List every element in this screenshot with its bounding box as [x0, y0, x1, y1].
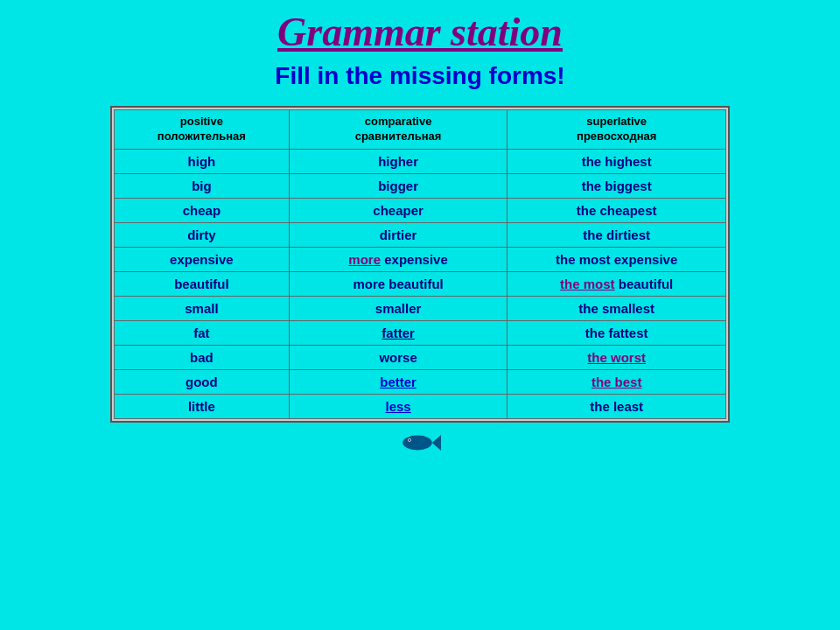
- cell-positive: bad: [115, 345, 290, 369]
- cell-superlative: the biggest: [508, 173, 726, 198]
- table-row: beautifulmore beautifulthe most beautifu…: [115, 271, 726, 296]
- table-row: smallsmallerthe smallest: [115, 296, 726, 320]
- cell-positive: expensive: [115, 247, 290, 271]
- cell-comparative: fatter: [289, 320, 508, 345]
- grammar-table: positive положительная comparative сравн…: [114, 109, 726, 419]
- cell-positive: beautiful: [115, 271, 290, 296]
- cell-comparative: cheaper: [289, 198, 508, 222]
- table-row: fatfatterthe fattest: [115, 320, 726, 345]
- cell-superlative: the least: [508, 394, 726, 418]
- cell-superlative: the best: [508, 369, 726, 394]
- header-positive: positive положительная: [115, 110, 290, 150]
- cell-positive: big: [115, 173, 290, 198]
- table-row: expensivemore expensivethe most expensiv…: [115, 247, 726, 271]
- cell-comparative: dirtier: [289, 222, 508, 247]
- svg-marker-1: [432, 435, 441, 451]
- cell-comparative: less: [289, 394, 508, 418]
- cell-comparative: bigger: [289, 173, 508, 198]
- cell-superlative: the worst: [508, 345, 726, 369]
- cell-superlative: the highest: [508, 149, 726, 173]
- cell-positive: cheap: [115, 198, 290, 222]
- table-row: bigbiggerthe biggest: [115, 173, 726, 198]
- cell-positive: good: [115, 369, 290, 394]
- svg-point-0: [402, 435, 432, 450]
- cell-comparative: more expensive: [289, 247, 508, 271]
- fish-icon: [398, 430, 442, 456]
- page-container: Grammar station Fill in the missing form…: [0, 0, 840, 630]
- cell-superlative: the most expensive: [508, 247, 726, 271]
- cell-superlative: the cheapest: [508, 198, 726, 222]
- cell-comparative: higher: [289, 149, 508, 173]
- cell-comparative: more beautiful: [289, 271, 508, 296]
- page-subtitle: Fill in the missing forms!: [275, 62, 564, 90]
- table-row: goodbetterthe best: [115, 369, 726, 394]
- cell-superlative: the smallest: [508, 296, 726, 320]
- table-row: cheapcheaperthe cheapest: [115, 198, 726, 222]
- cell-positive: fat: [115, 320, 290, 345]
- cell-positive: small: [115, 296, 290, 320]
- table-row: highhigherthe highest: [115, 149, 726, 173]
- cell-superlative: the fattest: [508, 320, 726, 345]
- cell-superlative: the dirtiest: [508, 222, 726, 247]
- cell-positive: dirty: [115, 222, 290, 247]
- cell-comparative: smaller: [289, 296, 508, 320]
- table-row: dirtydirtierthe dirtiest: [115, 222, 726, 247]
- table-header-row: positive положительная comparative сравн…: [115, 110, 726, 150]
- cell-comparative: worse: [289, 345, 508, 369]
- header-superlative: superlative превосходная: [508, 110, 726, 150]
- table-row: badworsethe worst: [115, 345, 726, 369]
- table-row: littlelessthe least: [115, 394, 726, 418]
- cell-positive: high: [115, 149, 290, 173]
- cell-superlative: the most beautiful: [508, 271, 726, 296]
- cell-positive: little: [115, 394, 290, 418]
- svg-point-3: [409, 439, 410, 441]
- header-comparative: comparative сравнительная: [289, 110, 508, 150]
- cell-comparative: better: [289, 369, 508, 394]
- grammar-table-wrapper: positive положительная comparative сравн…: [110, 106, 730, 423]
- page-title: Grammar station: [277, 9, 563, 55]
